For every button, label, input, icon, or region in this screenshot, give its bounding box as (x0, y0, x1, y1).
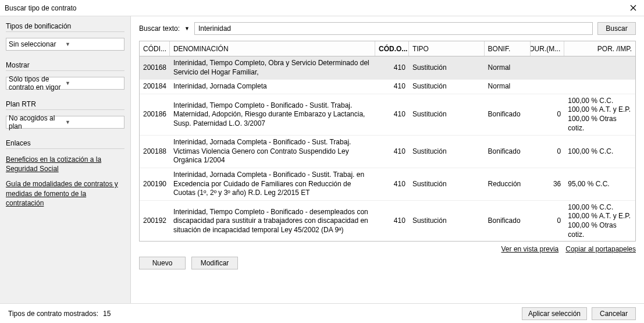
search-label: Buscar texto: (139, 24, 180, 33)
content-area: Buscar texto: ▼ Buscar CÓDI... DENOMINAC… (131, 16, 644, 303)
show-label: Mostrar (6, 59, 124, 71)
cancel-button[interactable]: Cancelar (592, 307, 636, 320)
cell-codigo: 200184 (140, 80, 170, 94)
cell-denominacion: Interinidad, Tiempo Completo - Bonificad… (170, 99, 375, 131)
table-row[interactable]: 200186Interinidad, Tiempo Completo - Bon… (140, 94, 635, 136)
cell-codo: 410 (375, 80, 409, 94)
cell-por (564, 84, 635, 89)
link-guide[interactable]: Guía de modalidades de contratos y medid… (6, 179, 124, 208)
status-label: Tipos de contrato mostrados: (8, 310, 98, 318)
links-label: Enlaces (6, 137, 124, 149)
cell-dur (531, 66, 564, 70)
cell-tipo: Sustitución (409, 178, 485, 191)
cell-bonif: Bonificado (485, 145, 531, 159)
cell-tipo: Sustitución (409, 214, 485, 228)
preview-link[interactable]: Ver en vista previa (501, 245, 559, 253)
chevron-down-icon: ▼ (65, 41, 122, 47)
titlebar: Buscar tipo de contrato (0, 0, 644, 16)
cell-por: 100,00 % C.C.100,00 % A.T. y E.P.100,00 … (564, 94, 635, 135)
cell-por: 100,00 % C.C.100,00 % A.T. y E.P.100,00 … (564, 201, 635, 241)
cell-codo: 410 (375, 108, 409, 122)
cell-denominacion: Interinidad, Jornada Completa - Bonifica… (170, 168, 375, 200)
cell-denominacion: Interinidad, Jornada Completa (170, 80, 375, 94)
window-title: Buscar tipo de contrato (5, 4, 627, 12)
cell-denominacion: Interinidad, Tiempo Completo - Bonificad… (170, 205, 375, 237)
copy-link[interactable]: Copiar al portapapeles (565, 245, 636, 253)
col-bonif[interactable]: BONIF. (485, 41, 531, 56)
table-header: CÓDI... DENOMINACIÓN CÓD.O... TIPO BONIF… (140, 41, 635, 56)
table-row[interactable]: 200190Interinidad, Jornada Completa - Bo… (140, 168, 635, 201)
close-icon (630, 5, 636, 11)
cell-bonif: Normal (485, 80, 531, 94)
show-value: Sólo tipos de contrato en vigor (9, 75, 65, 91)
apply-button[interactable]: Aplicar selección (522, 307, 587, 320)
cell-tipo: Sustitución (409, 108, 485, 122)
cell-por: 100,00 % C.C. (564, 145, 635, 159)
sidebar: Tipos de bonificación Sin seleccionar ▼ … (0, 16, 131, 303)
plan-value: No acogidos al plan (9, 114, 65, 130)
cell-codigo: 200186 (140, 108, 170, 122)
cell-codo: 410 (375, 145, 409, 159)
cell-denominacion: Interinidad, Tiempo Completo, Obra y Ser… (170, 56, 375, 79)
plan-label: Plan RTR (6, 98, 124, 110)
cell-bonif: Bonificado (485, 108, 531, 122)
cell-bonif: Normal (485, 61, 531, 75)
cell-codigo: 200168 (140, 61, 170, 75)
cell-codo: 410 (375, 178, 409, 191)
col-por[interactable]: POR. /IMP. (564, 41, 635, 56)
chevron-down-icon: ▼ (65, 80, 122, 86)
cell-codo: 410 (375, 61, 409, 75)
bonus-types-label: Tipos de bonificación (6, 20, 124, 32)
col-denominacion[interactable]: DENOMINACIÓN (170, 41, 375, 56)
table-row[interactable]: 200184Interinidad, Jornada Completa410Su… (140, 80, 635, 94)
cell-tipo: Sustitución (409, 80, 485, 94)
cell-tipo: Sustitución (409, 145, 485, 159)
search-dropdown-icon[interactable]: ▼ (184, 26, 190, 31)
cell-bonif: Reducción (485, 178, 531, 191)
modify-button[interactable]: Modificar (191, 257, 238, 269)
col-tipo[interactable]: TIPO (409, 41, 485, 56)
col-codigo[interactable]: CÓDI... (140, 41, 170, 56)
cell-codo: 410 (375, 214, 409, 228)
cell-codigo: 200192 (140, 214, 170, 228)
cell-dur: 0 (531, 108, 564, 122)
table-row[interactable]: 200192Interinidad, Tiempo Completo - Bon… (140, 201, 635, 241)
cell-bonif: Bonificado (485, 214, 531, 228)
cell-codigo: 200190 (140, 178, 170, 191)
bonus-types-value: Sin seleccionar (9, 40, 65, 48)
cell-por (564, 66, 635, 70)
cell-tipo: Sustitución (409, 61, 485, 75)
cell-codigo: 200188 (140, 145, 170, 159)
cell-dur: 0 (531, 145, 564, 159)
table-body[interactable]: 200168Interinidad, Tiempo Completo, Obra… (140, 56, 635, 241)
col-codo[interactable]: CÓD.O... (375, 41, 409, 56)
cell-denominacion: Interinidad, Jornada Completa - Bonifica… (170, 136, 375, 168)
cell-dur (531, 84, 564, 89)
footer: Tipos de contrato mostrados: 15 Aplicar … (0, 303, 644, 323)
close-button[interactable] (627, 2, 639, 15)
status-count: 15 (103, 310, 111, 318)
col-dur[interactable]: DUR.(M... (531, 41, 564, 56)
results-table: CÓDI... DENOMINACIÓN CÓD.O... TIPO BONIF… (139, 41, 636, 242)
show-select[interactable]: Sólo tipos de contrato en vigor ▼ (6, 77, 124, 90)
cell-dur: 0 (531, 214, 564, 228)
cell-por: 95,00 % C.C. (564, 178, 635, 191)
search-input[interactable] (194, 22, 593, 35)
link-benefits[interactable]: Beneficios en la cotización a la Segurid… (6, 155, 124, 173)
plan-select[interactable]: No acogidos al plan ▼ (6, 116, 124, 129)
bonus-types-select[interactable]: Sin seleccionar ▼ (6, 38, 124, 51)
new-button[interactable]: Nuevo (139, 257, 186, 269)
chevron-down-icon: ▼ (65, 119, 122, 125)
table-row[interactable]: 200168Interinidad, Tiempo Completo, Obra… (140, 56, 635, 80)
table-row[interactable]: 200188Interinidad, Jornada Completa - Bo… (140, 136, 635, 168)
search-button[interactable]: Buscar (597, 22, 636, 35)
cell-dur: 36 (531, 178, 564, 191)
